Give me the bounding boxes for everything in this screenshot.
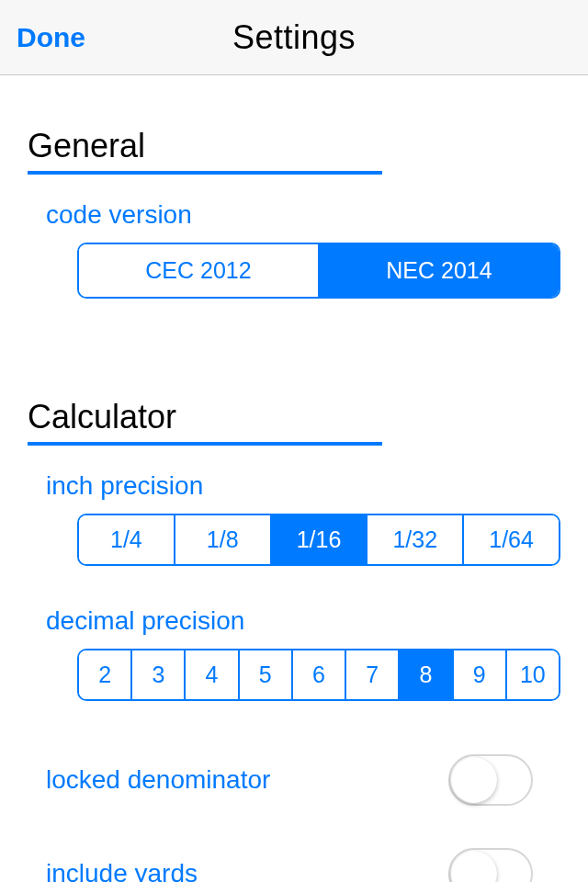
locked-denominator-label: locked denominator	[46, 765, 270, 795]
section-header-general: General	[28, 127, 382, 175]
decimal-precision-option[interactable]: 7	[346, 650, 400, 699]
decimal-precision-option[interactable]: 6	[293, 650, 346, 699]
decimal-precision-label: decimal precision	[46, 606, 560, 636]
navbar: Done Settings	[0, 0, 588, 75]
decimal-precision-option[interactable]: 5	[240, 650, 293, 699]
code-version-label: code version	[46, 200, 560, 230]
switch-knob	[451, 757, 497, 803]
inch-precision-segmented: 1/41/81/161/321/64	[77, 514, 560, 566]
inch-precision-option[interactable]: 1/8	[175, 515, 272, 564]
inch-precision-option[interactable]: 1/32	[368, 515, 464, 564]
inch-precision-label: inch precision	[46, 471, 560, 501]
include-yards-switch[interactable]	[448, 848, 533, 882]
inch-precision-option[interactable]: 1/64	[464, 515, 559, 564]
decimal-precision-option[interactable]: 2	[79, 650, 132, 699]
locked-denominator-switch[interactable]	[448, 754, 533, 806]
page-title: Settings	[0, 18, 588, 57]
content: General code version CEC 2012NEC 2014 Ca…	[0, 75, 588, 882]
decimal-precision-option[interactable]: 4	[186, 650, 239, 699]
code-version-segmented: CEC 2012NEC 2014	[77, 243, 560, 299]
locked-denominator-row: locked denominator	[28, 754, 560, 806]
include-yards-label: include yards	[46, 859, 198, 882]
done-button[interactable]: Done	[0, 22, 85, 53]
code-version-option[interactable]: NEC 2014	[320, 244, 559, 297]
include-yards-row: include yards	[28, 848, 560, 882]
decimal-precision-option[interactable]: 8	[400, 650, 453, 699]
code-version-option[interactable]: CEC 2012	[79, 244, 320, 297]
section-header-calculator: Calculator	[28, 398, 382, 446]
decimal-precision-segmented: 2345678910	[77, 649, 560, 701]
decimal-precision-option[interactable]: 9	[454, 650, 507, 699]
inch-precision-option[interactable]: 1/16	[272, 515, 368, 564]
inch-precision-option[interactable]: 1/4	[79, 515, 175, 564]
switch-knob	[451, 851, 497, 882]
decimal-precision-option[interactable]: 10	[507, 650, 559, 699]
decimal-precision-option[interactable]: 3	[132, 650, 186, 699]
